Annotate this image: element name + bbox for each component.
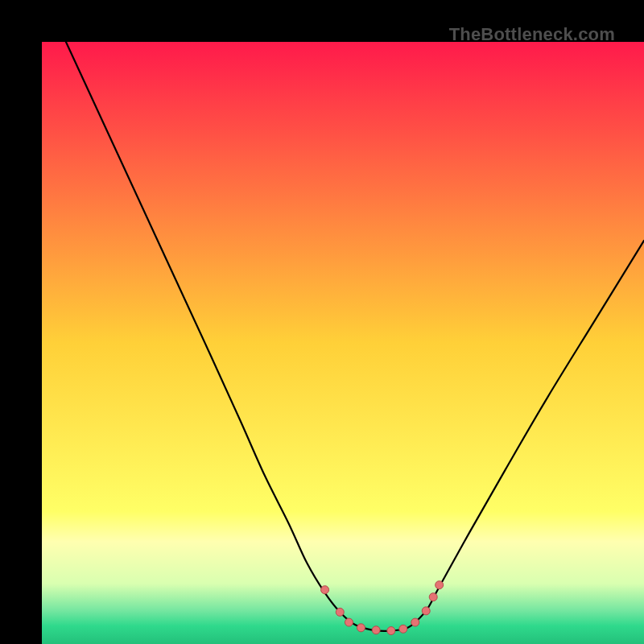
chart-marker (372, 626, 380, 634)
chart-marker (436, 581, 444, 589)
chart-background (42, 42, 644, 644)
chart-marker (399, 625, 407, 633)
watermark-text: TheBottleneck.com (449, 24, 615, 45)
chart-plot-area (42, 42, 644, 644)
chart-marker (411, 618, 419, 626)
chart-svg (42, 42, 644, 644)
chart-marker (429, 593, 437, 601)
chart-marker (321, 586, 329, 594)
chart-frame: TheBottleneck.com (0, 0, 644, 644)
chart-marker (345, 618, 353, 626)
chart-marker (422, 607, 430, 615)
chart-marker (357, 624, 365, 632)
chart-marker (336, 608, 344, 616)
chart-marker (387, 627, 395, 635)
